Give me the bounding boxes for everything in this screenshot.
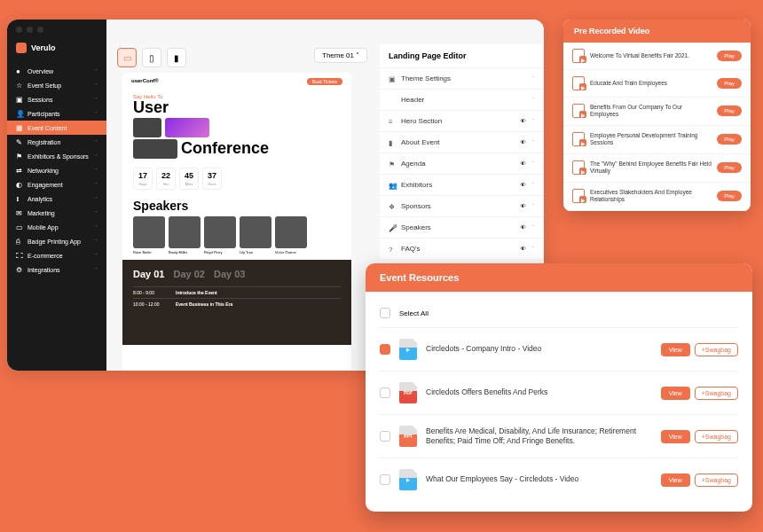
resource-title: Circledots - Company Intro - Video — [426, 344, 652, 354]
view-button[interactable]: View — [661, 343, 690, 356]
resource-checkbox[interactable] — [380, 474, 390, 485]
nav-item-badge-printing-app[interactable]: ⎙Badge Printing App˅ — [7, 234, 106, 248]
play-button[interactable]: Play — [717, 191, 742, 201]
speaker-card[interactable]: Brady Miller — [169, 216, 201, 254]
speaker-card[interactable]: Floyd Perry — [204, 216, 236, 254]
nav-icon: ⛶ — [16, 252, 23, 259]
chevron-down-icon: ˅ — [531, 160, 534, 167]
nav-item-e-commerce[interactable]: ⛶E-commerce˅ — [7, 248, 106, 262]
editor-item-theme-settings[interactable]: ▣Theme Settings˅ — [380, 67, 543, 89]
nav-item-analytics[interactable]: ⫾Analytics˅ — [7, 192, 106, 206]
section-icon — [389, 97, 396, 104]
speaker-card[interactable]: Victor Owens — [275, 216, 307, 254]
eye-icon[interactable]: 👁 — [520, 139, 526, 145]
chevron-down-icon: ˅ — [95, 68, 98, 74]
speaker-card[interactable]: Lily Tran — [240, 216, 271, 254]
nav-icon: ⫾ — [16, 195, 23, 202]
nav-item-marketing[interactable]: ✉Marketing˅ — [7, 206, 106, 220]
eye-icon[interactable]: 👁 — [520, 118, 526, 124]
speaker-card[interactable]: Rose Butler — [133, 216, 165, 254]
nav-item-integrations[interactable]: ⚙Integrations˅ — [7, 262, 106, 277]
resource-item: PDFCircledots Offers Benefits And PerksV… — [380, 371, 738, 414]
day-tab[interactable]: Day 02 — [173, 269, 204, 279]
eye-icon[interactable]: 👁 — [520, 182, 526, 188]
day-tab[interactable]: Day 03 — [214, 269, 245, 279]
resource-title: Circledots Offers Benefits And Perks — [426, 387, 652, 397]
editor-item-speakers[interactable]: 🎤Speakers👁˅ — [380, 216, 543, 238]
nav-item-networking[interactable]: ⇄Networking˅ — [7, 163, 106, 177]
chevron-down-icon: ˅ — [531, 224, 534, 231]
view-button[interactable]: View — [661, 473, 690, 487]
nav-item-registration[interactable]: ✎Registration˅ — [7, 135, 106, 149]
nav-label: Overview — [28, 68, 90, 74]
view-button[interactable]: View — [661, 430, 690, 443]
nav-item-sessions[interactable]: ▣Sessions˅ — [7, 92, 106, 106]
nav-label: Event Setup — [28, 82, 90, 89]
swagbag-button[interactable]: +Swagbag — [695, 387, 738, 400]
eye-icon[interactable]: 👁 — [520, 203, 526, 209]
nav-item-engagement[interactable]: ◐Engagement˅ — [7, 177, 106, 192]
video-panel-title: Pre Recorded Video — [563, 20, 751, 43]
countdown-box: 45Mins — [179, 168, 199, 190]
countdown-box: 22Hrs — [156, 168, 176, 190]
theme-select[interactable]: Theme 01 ˅ — [314, 48, 367, 63]
section-label: Hero Section — [401, 117, 515, 125]
nav-label: Engagement — [28, 182, 90, 188]
resource-checkbox[interactable] — [380, 431, 390, 442]
section-icon: ? — [389, 246, 396, 253]
video-file-icon — [572, 132, 585, 146]
view-button[interactable]: View — [661, 387, 690, 400]
device-tablet-button[interactable]: ▯ — [142, 48, 161, 67]
play-button[interactable]: Play — [717, 51, 742, 61]
nav-item-mobile-app[interactable]: ▭Mobile App˅ — [7, 220, 106, 234]
play-button[interactable]: Play — [717, 78, 742, 89]
swagbag-button[interactable]: +Swagbag — [695, 473, 738, 487]
file-ppt-icon: PPT — [399, 426, 417, 447]
chevron-down-icon: ˅ — [95, 267, 98, 273]
nav-item-overview[interactable]: ●Overview˅ — [7, 64, 106, 78]
video-file-icon — [572, 189, 585, 203]
swagbag-button[interactable]: +Swagbag — [695, 430, 738, 443]
nav-item-event-content[interactable]: ▦Event Content˅ — [7, 121, 106, 135]
section-label: Exhibitors — [401, 181, 515, 189]
hero-title-2: Conference — [181, 140, 269, 157]
resource-item: PPTBenefits Are Medical, Disability, And… — [380, 414, 738, 458]
eye-icon[interactable]: 👁 — [520, 224, 526, 231]
nav-item-exhibitors-sponsors[interactable]: ⚑Exhibitors & Sponsors˅ — [7, 149, 106, 163]
editor-item-header[interactable]: Header˅ — [380, 89, 543, 110]
play-button[interactable]: Play — [717, 134, 742, 145]
nav-item-participants[interactable]: 👤Participants˅ — [7, 106, 106, 121]
nav-item-event-setup[interactable]: ☆Event Setup˅ — [7, 78, 106, 92]
nav-label: Mobile App — [28, 224, 90, 231]
chevron-down-icon: ˅ — [531, 97, 534, 103]
select-all-checkbox[interactable] — [380, 308, 390, 318]
editor-item-sponsors[interactable]: ❖Sponsors👁˅ — [380, 195, 543, 216]
editor-item-about-event[interactable]: ▮About Event👁˅ — [380, 131, 543, 153]
resource-checkbox[interactable] — [380, 344, 390, 355]
preview-brand: userConf® — [131, 78, 159, 85]
chevron-down-icon: ˅ — [95, 125, 98, 131]
eye-icon[interactable]: 👁 — [520, 160, 526, 167]
video-title: The "Why" Behind Employee Benefits Fair … — [590, 160, 712, 176]
eye-icon[interactable]: 👁 — [520, 246, 526, 252]
editor-item-agenda[interactable]: ⚑Agenda👁˅ — [380, 153, 543, 174]
book-tickets-badge[interactable]: Book Tickets — [307, 78, 342, 85]
editor-item-faq-s[interactable]: ?FAQ's👁˅ — [380, 238, 543, 259]
editor-item-exhibitors[interactable]: 👥Exhibitors👁˅ — [380, 174, 543, 195]
nav-icon: ✉ — [16, 209, 23, 216]
play-button[interactable]: Play — [717, 106, 742, 116]
select-all-row[interactable]: Select All — [380, 302, 738, 327]
day-tab[interactable]: Day 01 — [133, 269, 164, 279]
brand-logo[interactable]: Verulo — [7, 43, 106, 64]
section-label: Sponsors — [401, 202, 515, 210]
swagbag-button[interactable]: +Swagbag — [695, 343, 738, 356]
section-icon: 👥 — [389, 182, 396, 189]
section-icon: ≡ — [389, 118, 396, 125]
nav-label: Participants — [28, 111, 90, 117]
resource-checkbox[interactable] — [380, 387, 390, 398]
editor-item-hero-section[interactable]: ≡Hero Section👁˅ — [380, 110, 543, 131]
device-desktop-button[interactable]: ▭ — [117, 48, 137, 67]
editor-panel-title: Landing Page Editor — [380, 44, 543, 67]
device-mobile-button[interactable]: ▮ — [167, 48, 186, 67]
play-button[interactable]: Play — [717, 162, 742, 173]
